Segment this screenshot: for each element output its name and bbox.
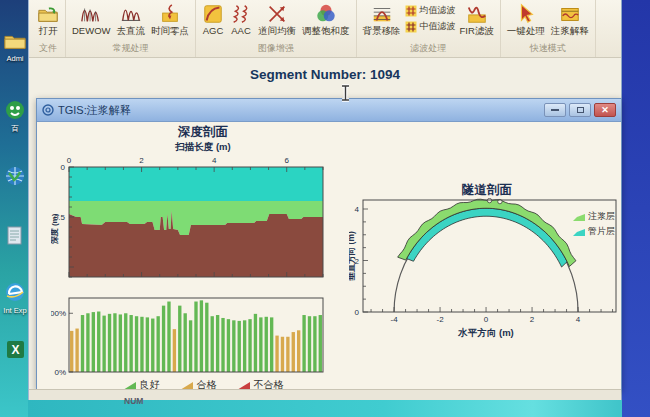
dc-remove-icon (120, 3, 142, 25)
desktop-icon-internet-explorer[interactable]: Int Exp (3, 282, 27, 315)
quality-bar-chart: 0%100% (51, 294, 355, 378)
svg-text:2: 2 (530, 315, 535, 324)
agc-icon (202, 3, 224, 25)
fir-filter-button[interactable]: FIR滤波 (458, 2, 496, 37)
desktop-icon-excel[interactable]: X (3, 340, 27, 364)
depth-profile-chart: 深度剖面 扫描长度 (m) 024600.5深度 (m) (51, 124, 355, 288)
median-filter-icon (405, 21, 417, 33)
tgis-titlebar[interactable]: TGIS:注浆解释 ✕ (37, 99, 621, 122)
tgis-window-title: TGIS:注浆解释 (58, 103, 541, 118)
maximize-button[interactable] (569, 103, 591, 117)
svg-text:4: 4 (212, 156, 217, 165)
legend-marker-grouting (573, 213, 585, 221)
resize-cursor-icon (339, 84, 352, 106)
minimize-button[interactable] (544, 103, 566, 117)
fir-filter-icon (466, 3, 488, 25)
desktop-icon-label: Admi (3, 55, 27, 63)
ribbon-toolbar: 打开文件DEWOW去直流时间零点常规处理AGCAAC道间均衡调整饱和度图像增强背… (29, 0, 621, 58)
ie-icon (5, 282, 25, 302)
desktop-icon-globe[interactable] (3, 166, 27, 191)
svg-text:4: 4 (576, 315, 581, 324)
tgis-content: 深度剖面 扫描长度 (m) 024600.5深度 (m) 0%100% 良好 合… (37, 122, 621, 388)
open-icon (37, 3, 59, 25)
globe-icon (5, 166, 25, 186)
channel-balance-button[interactable]: 道间均衡 (256, 2, 298, 37)
aac-button[interactable]: AAC (228, 2, 254, 37)
tunnel-chart-title: 隧道剖面 (349, 182, 625, 198)
desktop-icon-user-folder[interactable]: Admi (3, 32, 27, 63)
ribbon-group: 背景移除均值滤波中值滤波FIR滤波滤波处理 (357, 0, 501, 57)
svg-text:0%: 0% (54, 368, 66, 377)
svg-text:2: 2 (139, 156, 144, 165)
depth-profile-plot: 024600.5深度 (m) (51, 153, 351, 285)
mean-filter-button[interactable]: 均值滤波 (405, 4, 456, 17)
svg-text:6: 6 (284, 156, 289, 165)
legend-marker-segment (573, 228, 585, 236)
one-click-button[interactable]: 一键处理 (505, 2, 547, 37)
svg-text:-2: -2 (436, 315, 444, 324)
document-icon (6, 226, 24, 246)
ribbon-group: DEWOW去直流时间零点常规处理 (66, 0, 196, 57)
svg-text:X: X (11, 343, 19, 357)
quality-bar-plot: 0%100% (51, 294, 351, 378)
aac-icon (230, 3, 252, 25)
tgis-window: TGIS:注浆解释 ✕ 深度剖面 扫描长度 (m) 024600.5深度 (m)… (36, 98, 622, 390)
ribbon-group: AGCAAC道间均衡调整饱和度图像增强 (196, 0, 357, 57)
svg-text:4: 4 (355, 205, 360, 214)
background-removal-button[interactable]: 背景移除 (361, 2, 403, 37)
ribbon-group-label: 快速模式 (505, 41, 591, 57)
desktop-icon-documents[interactable] (3, 226, 27, 251)
dc-remove-button[interactable]: 去直流 (115, 2, 148, 37)
segment-title: Segment Number: 1094 (29, 58, 621, 82)
mean-filter-icon (405, 5, 417, 17)
svg-text:-4: -4 (390, 315, 398, 324)
svg-text:0: 0 (355, 308, 360, 317)
ribbon-group-label: 图像增强 (200, 41, 352, 57)
excel-icon: X (6, 340, 25, 359)
maximize-icon (577, 107, 584, 113)
depth-chart-title: 深度剖面 (51, 124, 355, 140)
open-button[interactable]: 打开 (35, 2, 61, 37)
legend-item-segment-layer: 管片层 (573, 225, 615, 238)
ribbon-group-label: 滤波处理 (361, 41, 496, 57)
svg-text:100%: 100% (51, 309, 66, 318)
tunnel-legend: 注浆层 管片层 (573, 210, 615, 238)
status-bar: NUM (29, 389, 621, 400)
svg-text:0: 0 (67, 156, 72, 165)
svg-text:垂直方向 (m): 垂直方向 (m) (349, 231, 356, 281)
ribbon-group: 一键处理注浆解释快速模式 (501, 0, 596, 57)
saturation-button[interactable]: 调整饱和度 (300, 2, 352, 37)
desktop-background-right (622, 0, 650, 417)
channel-balance-icon (266, 3, 288, 25)
grouting-interpret-button[interactable]: 注浆解释 (549, 2, 591, 37)
dewow-button[interactable]: DEWOW (70, 2, 113, 37)
screen: Admi 百 Int Exp X 打开文件DEWOW去直流时间零点常规处理AGC… (0, 0, 650, 417)
tunnel-profile-chart: 隧道剖面 -4-2024024水平方向 (m)垂直方向 (m) 注浆层 管片层 (349, 182, 625, 382)
ribbon-group-label: 常规处理 (70, 41, 191, 57)
svg-text:水平方向 (m): 水平方向 (m) (457, 327, 513, 338)
desktop-background-bottom (28, 400, 622, 417)
grouting-interpret-icon (559, 3, 581, 25)
legend-item-grouting-layer: 注浆层 (573, 210, 615, 223)
depth-chart-xlabel: 扫描长度 (m) (51, 140, 355, 153)
svg-text:深度 (m): 深度 (m) (51, 213, 59, 244)
saturation-icon (315, 3, 337, 25)
background-removal-icon (371, 3, 393, 25)
ribbon-group-label: 文件 (35, 41, 61, 57)
svg-text:0: 0 (61, 163, 66, 172)
desktop-background-left: Admi 百 Int Exp X (0, 0, 28, 417)
desktop-icon-baidu[interactable]: 百 (3, 100, 27, 133)
ribbon-group: 打开文件 (31, 0, 66, 57)
time-zero-button[interactable]: 时间零点 (149, 2, 191, 37)
close-icon: ✕ (601, 106, 609, 115)
tgis-app-icon (42, 104, 54, 116)
title-area: Segment Number: 1094 (29, 58, 621, 98)
agc-button[interactable]: AGC (200, 2, 226, 37)
num-lock-indicator: NUM (124, 396, 143, 406)
median-filter-button[interactable]: 中值滤波 (405, 20, 456, 33)
close-button[interactable]: ✕ (594, 103, 616, 117)
one-click-icon (515, 3, 537, 25)
app-icon (5, 100, 25, 120)
desktop-icon-label: 百 (3, 125, 27, 133)
dewow-icon (80, 3, 102, 25)
